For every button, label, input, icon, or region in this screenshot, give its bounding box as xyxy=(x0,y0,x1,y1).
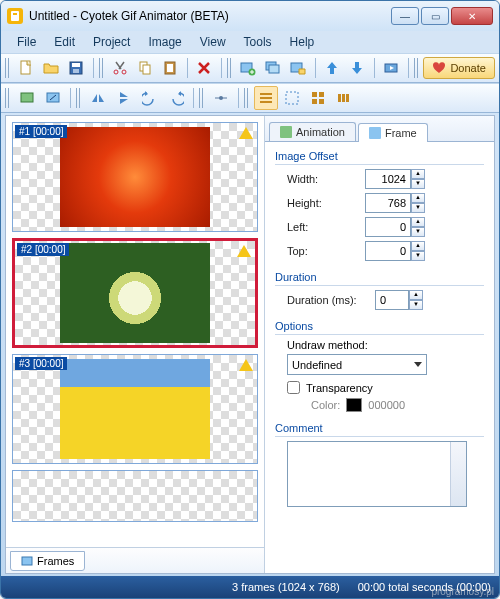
menu-edit[interactable]: Edit xyxy=(46,33,83,51)
copy-button[interactable] xyxy=(134,56,157,80)
add-image-button[interactable] xyxy=(236,56,259,80)
duration-label: Duration (ms): xyxy=(287,294,369,306)
toolbar-grip[interactable] xyxy=(5,88,11,108)
resize-icon xyxy=(45,90,61,106)
toolbar-grip[interactable] xyxy=(99,58,105,78)
toolbar-grip[interactable] xyxy=(414,58,420,78)
spin-up-icon[interactable]: ▲ xyxy=(411,193,425,203)
image-folder-icon xyxy=(290,60,306,76)
view-filmstrip-button[interactable] xyxy=(332,86,356,110)
menu-tools[interactable]: Tools xyxy=(236,33,280,51)
view-grid-button[interactable] xyxy=(306,86,330,110)
svg-rect-25 xyxy=(286,92,298,104)
section-title: Comment xyxy=(275,422,484,437)
open-button[interactable] xyxy=(40,56,63,80)
duration-input[interactable] xyxy=(375,290,409,310)
properties-panel: Image Offset Width: ▲▼ Height: ▲▼ Left: … xyxy=(265,142,494,573)
spin-up-icon[interactable]: ▲ xyxy=(411,169,425,179)
frame-thumbnail[interactable]: #3 [00:00] xyxy=(12,354,258,464)
spin-down-icon[interactable]: ▼ xyxy=(411,203,425,213)
frame-image xyxy=(60,127,210,227)
spin-up-icon[interactable]: ▲ xyxy=(411,217,425,227)
save-button[interactable] xyxy=(65,56,88,80)
toolbar-1: Donate xyxy=(1,53,499,83)
spin-down-icon[interactable]: ▼ xyxy=(411,251,425,261)
menu-help[interactable]: Help xyxy=(282,33,323,51)
view-select-button[interactable] xyxy=(280,86,304,110)
frame-props-button[interactable] xyxy=(15,86,39,110)
warning-icon xyxy=(239,127,253,139)
svg-rect-35 xyxy=(369,127,381,139)
rotate-right-button[interactable] xyxy=(164,86,188,110)
minimize-button[interactable]: — xyxy=(391,7,419,25)
width-spinner[interactable]: ▲▼ xyxy=(365,169,425,189)
svg-point-21 xyxy=(219,96,223,100)
menu-file[interactable]: File xyxy=(9,33,44,51)
zoom-button[interactable] xyxy=(209,86,233,110)
spin-down-icon[interactable]: ▼ xyxy=(411,227,425,237)
frame-thumbnail[interactable]: #2 [00:00] xyxy=(12,238,258,348)
top-input[interactable] xyxy=(365,241,411,261)
close-button[interactable]: ✕ xyxy=(451,7,493,25)
frames-list[interactable]: #1 [00:00] #2 [00:00] #3 [00:00] xyxy=(6,116,264,547)
comment-textarea[interactable] xyxy=(287,441,467,507)
frame-thumbnail[interactable]: #1 [00:00] xyxy=(12,122,258,232)
tab-frame[interactable]: Frame xyxy=(358,123,428,142)
spin-up-icon[interactable]: ▲ xyxy=(411,241,425,251)
svg-rect-10 xyxy=(143,65,150,74)
menu-project[interactable]: Project xyxy=(85,33,138,51)
frame-label: #1 [00:00] xyxy=(15,125,67,138)
folder-open-icon xyxy=(43,60,59,76)
left-input[interactable] xyxy=(365,217,411,237)
transparency-checkbox[interactable] xyxy=(287,381,300,394)
duration-spinner[interactable]: ▲▼ xyxy=(375,290,423,310)
toolbar-grip[interactable] xyxy=(244,88,250,108)
scrollbar[interactable] xyxy=(450,442,466,506)
width-input[interactable] xyxy=(365,169,411,189)
spin-up-icon[interactable]: ▲ xyxy=(409,290,423,300)
delete-button[interactable] xyxy=(193,56,216,80)
donate-button[interactable]: Donate xyxy=(423,57,494,79)
cut-button[interactable] xyxy=(109,56,132,80)
height-label: Height: xyxy=(287,197,359,209)
height-spinner[interactable]: ▲▼ xyxy=(365,193,425,213)
height-input[interactable] xyxy=(365,193,411,213)
window-title: Untitled - Cyotek Gif Animator (BETA) xyxy=(29,9,385,23)
color-swatch[interactable] xyxy=(346,398,362,412)
tab-animation[interactable]: Animation xyxy=(269,122,356,141)
new-button[interactable] xyxy=(15,56,38,80)
move-down-button[interactable] xyxy=(346,56,369,80)
menu-image[interactable]: Image xyxy=(140,33,189,51)
frame-thumbnail-empty[interactable] xyxy=(12,470,258,522)
add-folder-button[interactable] xyxy=(287,56,310,80)
frame-label: #3 [00:00] xyxy=(15,357,67,370)
frames-tab[interactable]: Frames xyxy=(10,551,85,571)
menu-view[interactable]: View xyxy=(192,33,234,51)
undraw-combo[interactable]: Undefined xyxy=(287,354,427,375)
toolbar-grip[interactable] xyxy=(199,88,205,108)
rotate-left-button[interactable] xyxy=(138,86,162,110)
spin-down-icon[interactable]: ▼ xyxy=(411,179,425,189)
app-window: Untitled - Cyotek Gif Animator (BETA) — … xyxy=(0,0,500,599)
add-images-button[interactable] xyxy=(262,56,285,80)
move-up-button[interactable] xyxy=(321,56,344,80)
toolbar-grip[interactable] xyxy=(76,88,82,108)
toolbar-grip[interactable] xyxy=(227,58,233,78)
top-spinner[interactable]: ▲▼ xyxy=(365,241,425,261)
toolbar-2 xyxy=(1,83,499,113)
svg-rect-19 xyxy=(21,93,33,102)
maximize-button[interactable]: ▭ xyxy=(421,7,449,25)
spin-down-icon[interactable]: ▼ xyxy=(409,300,423,310)
left-spinner[interactable]: ▲▼ xyxy=(365,217,425,237)
flip-v-button[interactable] xyxy=(112,86,136,110)
undraw-value: Undefined xyxy=(292,359,342,371)
section-options: Options Undraw method: Undefined Transpa… xyxy=(275,320,484,412)
preview-button[interactable] xyxy=(380,56,403,80)
flip-h-button[interactable] xyxy=(86,86,110,110)
paste-button[interactable] xyxy=(159,56,182,80)
frame-resize-button[interactable] xyxy=(41,86,65,110)
toolbar-grip[interactable] xyxy=(5,58,11,78)
view-list-button[interactable] xyxy=(254,86,278,110)
filmstrip-icon xyxy=(336,90,352,106)
svg-rect-22 xyxy=(260,93,272,95)
